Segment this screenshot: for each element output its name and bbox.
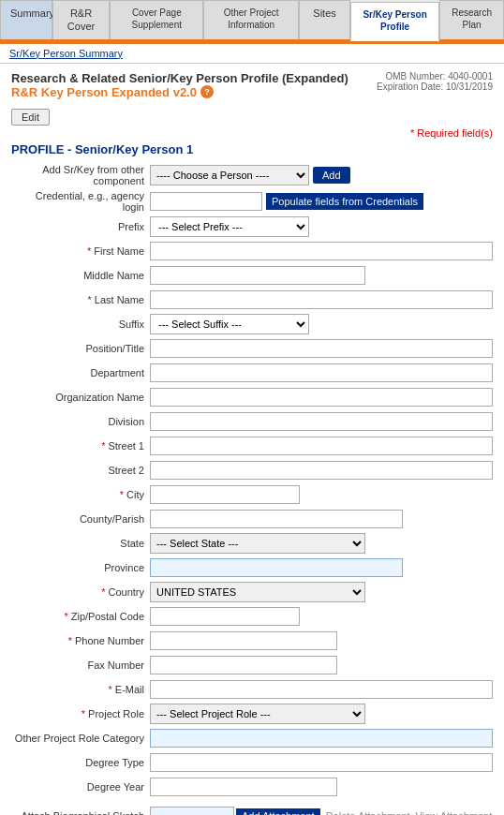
country-label: Country <box>11 586 150 598</box>
other-role-label: Other Project Role Category <box>11 733 150 744</box>
department-input[interactable] <box>150 363 493 382</box>
last-name-label: Last Name <box>11 294 150 305</box>
division-label: Division <box>11 416 150 427</box>
edit-button[interactable]: Edit <box>11 109 50 126</box>
bio-sketch-label: Attach Biographical Sketch <box>11 810 150 815</box>
credential-wrap: Populate fields from Credentials <box>150 192 493 211</box>
add-sr-key-row: Add Sr/Key from other component ---- Cho… <box>11 164 493 186</box>
degree-type-input[interactable] <box>150 753 493 772</box>
state-select[interactable]: --- Select State --- <box>150 533 365 554</box>
street2-row: Street 2 <box>11 460 493 481</box>
province-input[interactable] <box>150 558 403 577</box>
zip-row: Zip/Postal Code <box>11 606 493 627</box>
zip-input[interactable] <box>150 607 300 626</box>
email-label: E-Mail <box>11 684 150 695</box>
bio-sketch-row: Attach Biographical Sketch Add Attachmen… <box>11 807 493 815</box>
division-input[interactable] <box>150 412 493 431</box>
populate-button[interactable]: Populate fields from Credentials <box>266 193 423 210</box>
street1-row: Street 1 <box>11 436 493 456</box>
page-subtitle: R&R Key Person Expanded v2.0 ? <box>11 85 348 99</box>
street2-label: Street 2 <box>11 465 150 476</box>
project-role-row: Project Role --- Select Project Role --- <box>11 704 493 724</box>
other-role-row: Other Project Role Category <box>11 728 493 748</box>
tab-sr-key-person[interactable]: Sr/Key Person Profile <box>350 2 439 41</box>
help-icon[interactable]: ? <box>200 85 214 98</box>
first-name-input[interactable] <box>150 242 493 260</box>
department-label: Department <box>11 367 150 378</box>
other-role-input[interactable] <box>150 729 493 748</box>
page-title: Research & Related Senior/Key Person Pro… <box>11 71 348 85</box>
suffix-row: Suffix --- Select Suffix --- <box>11 314 493 334</box>
degree-year-label: Degree Year <box>11 781 150 793</box>
suffix-select[interactable]: --- Select Suffix --- <box>150 314 309 334</box>
state-row: State --- Select State --- <box>11 533 493 554</box>
project-role-select[interactable]: --- Select Project Role --- <box>150 704 365 724</box>
breadcrumb: Sr/Key Person Summary <box>0 44 504 64</box>
fax-label: Fax Number <box>11 659 150 671</box>
degree-year-row: Degree Year <box>11 777 493 797</box>
tab-rnr-cover[interactable]: R&R Cover <box>52 0 111 39</box>
phone-row: Phone Number <box>11 630 493 651</box>
city-row: City <box>11 484 493 505</box>
phone-label: Phone Number <box>11 635 150 646</box>
omb-info: OMB Number: 4040-0001 Expiration Date: 1… <box>377 71 493 92</box>
tab-summary[interactable]: Summary <box>0 0 52 39</box>
email-row: E-Mail <box>11 679 493 700</box>
province-label: Province <box>11 562 150 573</box>
street2-input[interactable] <box>150 461 493 480</box>
zip-label: Zip/Postal Code <box>11 611 150 622</box>
org-name-label: Organization Name <box>11 392 150 403</box>
bio-sketch-add-button[interactable]: Add Attachment <box>236 808 320 815</box>
province-row: Province <box>11 557 493 578</box>
credential-label: Credential, e.g., agency login <box>11 190 150 213</box>
breadcrumb-link[interactable]: Sr/Key Person Summary <box>9 48 123 59</box>
state-label: State <box>11 538 150 549</box>
county-parish-input[interactable] <box>150 510 403 528</box>
tab-sites[interactable]: Sites <box>299 0 350 39</box>
country-select[interactable]: UNITED STATES <box>150 582 365 602</box>
page-header: Research & Related Senior/Key Person Pro… <box>11 71 493 99</box>
street1-label: Street 1 <box>11 440 150 452</box>
bio-sketch-delete-link[interactable]: Delete Attachment <box>326 810 410 815</box>
bio-sketch-file-input[interactable] <box>150 807 234 815</box>
last-name-row: Last Name <box>11 289 493 310</box>
fax-input[interactable] <box>150 656 337 674</box>
first-name-row: First Name <box>11 241 493 261</box>
choose-person-wrap: ---- Choose a Person ---- Add <box>150 165 493 185</box>
street1-input[interactable] <box>150 437 493 455</box>
email-input[interactable] <box>150 680 493 699</box>
degree-year-input[interactable] <box>150 778 337 796</box>
tab-research-plan[interactable]: Research Plan <box>439 0 504 39</box>
tab-cover-page[interactable]: Cover Page Supplement <box>110 0 203 39</box>
choose-person-select[interactable]: ---- Choose a Person ---- <box>150 165 309 185</box>
credential-row: Credential, e.g., agency login Populate … <box>11 190 493 213</box>
fax-row: Fax Number <box>11 655 493 675</box>
tab-other-project[interactable]: Other Project Information <box>203 0 299 39</box>
middle-name-label: Middle Name <box>11 270 150 281</box>
city-input[interactable] <box>150 485 300 504</box>
first-name-label: First Name <box>11 245 150 257</box>
add-sr-key-label: Add Sr/Key from other component <box>11 164 150 186</box>
position-label: Position/Title <box>11 343 150 354</box>
position-input[interactable] <box>150 339 493 358</box>
bio-sketch-view-link[interactable]: View Attachment <box>416 810 493 815</box>
org-name-input[interactable] <box>150 388 493 407</box>
county-parish-row: County/Parish <box>11 509 493 529</box>
city-label: City <box>11 489 150 500</box>
org-name-row: Organization Name <box>11 387 493 408</box>
division-row: Division <box>11 411 493 432</box>
department-row: Department <box>11 363 493 383</box>
required-note: * Required field(s) <box>11 127 493 139</box>
section-title: PROFILE - Senior/Key Person 1 <box>11 142 493 156</box>
add-person-button[interactable]: Add <box>313 167 350 184</box>
prefix-select[interactable]: --- Select Prefix --- <box>150 216 309 237</box>
project-role-label: Project Role <box>11 708 150 719</box>
phone-input[interactable] <box>150 631 337 650</box>
middle-name-input[interactable] <box>150 266 365 285</box>
degree-type-row: Degree Type <box>11 752 493 773</box>
country-row: Country UNITED STATES <box>11 582 493 602</box>
last-name-input[interactable] <box>150 290 493 309</box>
credential-input[interactable] <box>150 192 262 211</box>
tab-bar: Summary R&R Cover Cover Page Supplement … <box>0 0 504 41</box>
degree-type-label: Degree Type <box>11 757 150 768</box>
